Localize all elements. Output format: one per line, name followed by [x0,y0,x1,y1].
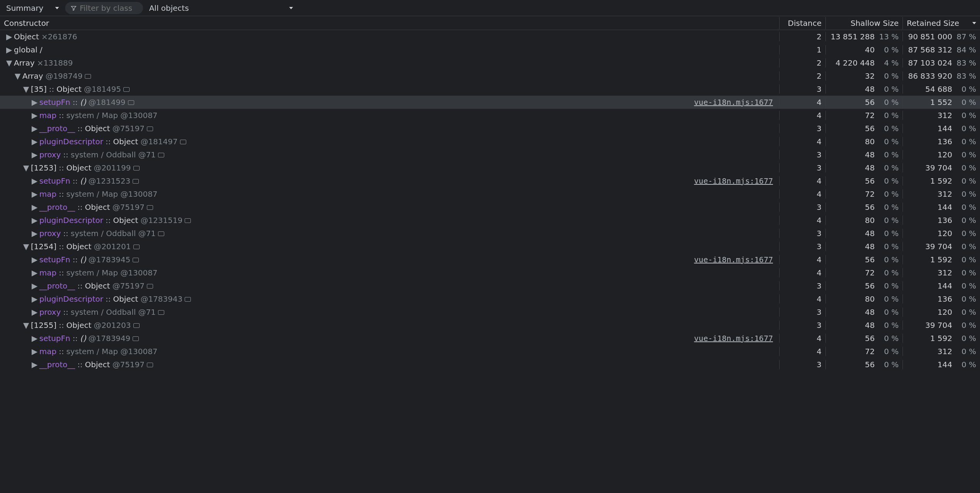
table-row[interactable]: ▶__proto__ :: Object @75197 3560 %1440 % [0,358,980,371]
object-link-icon[interactable] [85,74,91,79]
disclosure-triangle-icon[interactable]: ▶ [6,45,12,54]
disclosure-triangle-icon[interactable]: ▶ [32,150,37,159]
table-row[interactable]: ▼Array @198749 2320 %86 833 92083 % [0,69,980,83]
object-link-icon[interactable] [147,363,153,367]
col-retained-size[interactable]: Retained Size [903,17,980,29]
table-row[interactable]: ▼[1254] :: Object @201201 3480 %39 7040 … [0,240,980,253]
table-row[interactable]: ▶pluginDescriptor :: Object @1783943 480… [0,292,980,306]
table-row[interactable]: ▼[1255] :: Object @201203 3480 %39 7040 … [0,319,980,332]
retained-size-value: 90 851 00087 % [903,32,980,41]
col-shallow-size[interactable]: Shallow Size [826,17,903,29]
object-link-icon[interactable] [133,336,139,341]
source-link[interactable]: vue-i18n.mjs:1677 [694,98,773,107]
table-row[interactable]: ▶setupFn :: () @1783949 vue-i18n.mjs:167… [0,332,980,345]
table-row[interactable]: ▶pluginDescriptor :: Object @1231519 480… [0,214,980,227]
disclosure-triangle-icon[interactable]: ▶ [32,281,37,290]
distance-value: 3 [780,124,826,133]
disclosure-triangle-icon[interactable]: ▼ [23,84,29,94]
table-row[interactable]: ▶pluginDescriptor :: Object @181497 4800… [0,135,980,148]
object-link-icon[interactable] [147,127,153,131]
col-distance[interactable]: Distance [780,17,826,29]
object-link-icon[interactable] [128,100,134,105]
disclosure-triangle-icon[interactable]: ▶ [32,360,37,369]
disclosure-triangle-icon[interactable]: ▶ [32,268,37,277]
object-link-icon[interactable] [158,310,164,315]
table-row[interactable]: ▶map :: system / Map @1300874720 %3120 % [0,109,980,122]
table-row[interactable]: ▶setupFn :: () @1783945 vue-i18n.mjs:167… [0,253,980,266]
table-row[interactable]: ▶map :: system / Map @1300874720 %3120 % [0,266,980,279]
object-link-icon[interactable] [133,179,139,184]
object-link-icon[interactable] [133,258,139,262]
disclosure-triangle-icon[interactable]: ▶ [32,124,37,133]
table-row[interactable]: ▶global /1400 %87 568 31284 % [0,43,980,56]
disclosure-triangle-icon[interactable]: ▶ [32,334,37,343]
table-row[interactable]: ▶map :: system / Map @1300874720 %3120 % [0,187,980,201]
view-mode-dropdown[interactable]: Summary [4,3,61,14]
table-row[interactable]: ▶proxy :: system / Oddball @71 3480 %120… [0,306,980,319]
disclosure-triangle-icon[interactable]: ▶ [32,111,37,120]
table-row[interactable]: ▶proxy :: system / Oddball @71 3480 %120… [0,148,980,161]
table-row[interactable]: ▶setupFn :: () @181499 vue-i18n.mjs:1677… [0,96,980,109]
disclosure-triangle-icon[interactable]: ▶ [32,203,37,212]
retained-size-value: 1440 % [903,281,980,290]
disclosure-triangle-icon[interactable]: ▶ [6,32,12,41]
distance-value: 1 [780,45,826,54]
object-link-icon[interactable] [147,205,153,210]
table-row[interactable]: ▶__proto__ :: Object @75197 3560 %1440 % [0,279,980,292]
disclosure-triangle-icon[interactable]: ▼ [23,163,29,172]
object-link-icon[interactable] [133,245,140,249]
disclosure-triangle-icon[interactable]: ▼ [23,242,29,251]
table-row[interactable]: ▼[35] :: Object @181495 3480 %54 6880 % [0,83,980,96]
disclosure-triangle-icon[interactable]: ▶ [32,137,37,146]
table-row[interactable]: ▶map :: system / Map @1300874720 %3120 % [0,345,980,358]
object-link-icon[interactable] [158,231,164,236]
retained-size-value: 1440 % [903,203,980,212]
shallow-size-value: 480 % [826,84,903,94]
table-row[interactable]: ▶proxy :: system / Oddball @71 3480 %120… [0,227,980,240]
object-link-icon[interactable] [158,153,164,157]
object-link-icon[interactable] [185,297,191,302]
table-row[interactable]: ▶__proto__ :: Object @75197 3560 %1440 % [0,201,980,214]
disclosure-triangle-icon[interactable]: ▶ [32,294,37,304]
disclosure-triangle-icon[interactable]: ▶ [32,189,37,199]
distance-value: 4 [780,294,826,304]
distance-value: 2 [780,71,826,81]
disclosure-triangle-icon[interactable]: ▶ [32,307,37,317]
disclosure-triangle-icon[interactable]: ▼ [15,71,20,81]
shallow-size-value: 480 % [826,150,903,159]
source-link[interactable]: vue-i18n.mjs:1677 [694,334,773,343]
disclosure-triangle-icon[interactable]: ▶ [32,176,37,186]
object-link-icon[interactable] [133,323,140,328]
table-row[interactable]: ▶setupFn :: () @1231523 vue-i18n.mjs:167… [0,174,980,187]
disclosure-triangle-icon[interactable]: ▶ [32,347,37,356]
table-row[interactable]: ▶__proto__ :: Object @75197 3560 %1440 % [0,122,980,135]
table-row[interactable]: ▼Array ×13188924 220 4484 %87 103 02483 … [0,56,980,69]
object-link-icon[interactable] [133,166,140,171]
object-link-icon[interactable] [123,87,130,92]
shallow-size-value: 720 % [826,347,903,356]
distance-value: 3 [780,242,826,251]
col-constructor[interactable]: Constructor [0,17,780,29]
object-link-icon[interactable] [147,284,153,289]
retained-size-value: 1 5920 % [903,255,980,264]
source-link[interactable]: vue-i18n.mjs:1677 [694,176,773,186]
scope-dropdown[interactable]: All objects [147,3,295,14]
table-row[interactable]: ▶Object ×261876213 851 28813 %90 851 000… [0,30,980,43]
property-name: __proto__ [39,124,75,133]
filter-pill[interactable] [65,2,143,14]
toolbar: Summary All objects [0,0,980,16]
disclosure-triangle-icon[interactable]: ▼ [23,321,29,330]
disclosure-triangle-icon[interactable]: ▶ [32,255,37,264]
shallow-size-value: 560 % [826,360,903,369]
source-link[interactable]: vue-i18n.mjs:1677 [694,255,773,264]
retained-size-value: 1200 % [903,229,980,238]
retained-size-value: 1440 % [903,124,980,133]
object-link-icon[interactable] [185,218,191,223]
disclosure-triangle-icon[interactable]: ▶ [32,229,37,238]
disclosure-triangle-icon[interactable]: ▼ [6,58,12,68]
object-link-icon[interactable] [180,140,186,144]
filter-input[interactable] [80,3,138,13]
disclosure-triangle-icon[interactable]: ▶ [32,216,37,225]
table-row[interactable]: ▼[1253] :: Object @201199 3480 %39 7040 … [0,161,980,174]
disclosure-triangle-icon[interactable]: ▶ [32,98,37,107]
